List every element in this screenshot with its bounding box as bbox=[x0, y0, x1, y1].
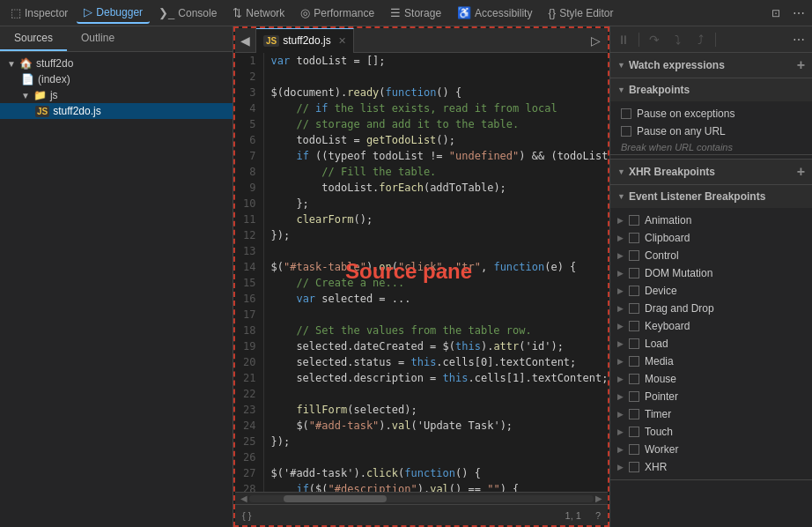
scroll-left-arrow[interactable]: ◀ bbox=[239, 494, 249, 503]
evt-label-timer: Timer bbox=[645, 408, 671, 420]
code-line: 5 // storage and add it to the table. bbox=[235, 116, 608, 132]
code-line: 14$("#task-table").on("click", "tr", fun… bbox=[235, 259, 608, 275]
evt-item-arrow: ▶ bbox=[617, 463, 624, 471]
xhr-add-btn[interactable]: + bbox=[797, 165, 805, 179]
js-file-icon: JS bbox=[35, 106, 49, 117]
event-listener-item-mouse[interactable]: ▶ Mouse bbox=[610, 370, 812, 388]
tree-item-stuff2do[interactable]: ▼ 🏠 stuff2do bbox=[0, 56, 233, 71]
breakpoints-expand-icon: ▼ bbox=[617, 85, 625, 94]
tab-network[interactable]: ⇅ Network bbox=[225, 3, 292, 23]
run-file-btn[interactable]: ▷ bbox=[583, 28, 608, 53]
evt-checkbox-dom-mutation[interactable] bbox=[629, 268, 639, 278]
evt-label-media: Media bbox=[645, 355, 674, 367]
tab-debugger[interactable]: ▷ Debugger bbox=[77, 2, 150, 24]
evt-checkbox-clipboard[interactable] bbox=[629, 233, 639, 243]
event-listener-item-keyboard[interactable]: ▶ Keyboard bbox=[610, 317, 812, 335]
close-tab-btn[interactable]: ✕ bbox=[338, 35, 346, 47]
breakpoints-header[interactable]: ▼ Breakpoints bbox=[610, 78, 812, 101]
help-icon[interactable]: ? bbox=[595, 510, 601, 521]
watch-expressions-section: ▼ Watch expressions + bbox=[610, 53, 812, 78]
scroll-right-arrow[interactable]: ▶ bbox=[594, 494, 604, 503]
line-code: todoList.forEach(addToTable); bbox=[263, 180, 608, 196]
toolbar-sep-1 bbox=[639, 33, 639, 47]
debugger-icon: ▷ bbox=[84, 5, 92, 19]
line-number: 27 bbox=[235, 465, 263, 481]
event-listener-item-worker[interactable]: ▶ Worker bbox=[610, 441, 812, 458]
tab-sources[interactable]: Sources bbox=[0, 26, 67, 51]
event-listener-header[interactable]: ▼ Event Listener Breakpoints bbox=[610, 185, 812, 208]
cursor-position: 1, 1 bbox=[565, 510, 581, 521]
step-out-btn[interactable]: ⤴ bbox=[690, 30, 710, 49]
evt-checkbox-mouse[interactable] bbox=[629, 374, 639, 384]
event-listener-item-timer[interactable]: ▶ Timer bbox=[610, 405, 812, 423]
scroll-thumb[interactable] bbox=[284, 495, 387, 502]
prev-file-btn[interactable]: ◀ bbox=[235, 28, 256, 53]
watch-expressions-header[interactable]: ▼ Watch expressions + bbox=[610, 53, 812, 78]
tree-item-index[interactable]: 📄 (index) bbox=[0, 71, 233, 87]
tab-console[interactable]: ❯_ Console bbox=[151, 3, 224, 23]
evt-item-arrow: ▶ bbox=[617, 216, 624, 225]
evt-checkbox-load[interactable] bbox=[629, 338, 639, 349]
more-debug-btn[interactable]: ⋯ bbox=[789, 30, 808, 49]
watch-expand-icon: ▼ bbox=[617, 61, 625, 70]
evt-checkbox-xhr[interactable] bbox=[629, 462, 639, 472]
line-code bbox=[263, 69, 608, 85]
step-over-btn[interactable]: ↷ bbox=[645, 30, 664, 49]
more-btn[interactable]: ⋯ bbox=[789, 4, 808, 23]
pause-resume-btn[interactable]: ⏸ bbox=[614, 30, 633, 49]
horizontal-scrollbar[interactable]: ◀ ▶ bbox=[235, 492, 608, 504]
step-in-btn[interactable]: ⤵ bbox=[668, 30, 687, 49]
evt-label-dom-mutation: DOM Mutation bbox=[645, 267, 712, 279]
scroll-track[interactable] bbox=[249, 495, 594, 502]
url-filter-input[interactable] bbox=[610, 140, 812, 155]
evt-item-arrow: ▶ bbox=[617, 357, 624, 366]
code-editor[interactable]: 1var todoList = [];23$(document).ready(f… bbox=[235, 53, 608, 492]
event-listener-item-xhr[interactable]: ▶ XHR bbox=[610, 458, 812, 476]
code-line: 16 var selected = ... bbox=[235, 291, 608, 307]
evt-label-worker: Worker bbox=[645, 443, 678, 456]
tab-accessibility[interactable]: ♿ Accessibility bbox=[450, 3, 539, 23]
event-listener-item-animation[interactable]: ▶ Animation bbox=[610, 212, 812, 229]
file-tab-stuff2do-js[interactable]: JS stuff2do.js ✕ bbox=[256, 28, 354, 53]
tab-storage[interactable]: ☰ Storage bbox=[383, 3, 448, 23]
event-listener-item-clipboard[interactable]: ▶ Clipboard bbox=[610, 229, 812, 247]
tab-performance[interactable]: ◎ Performance bbox=[293, 3, 381, 23]
evt-checkbox-drag-drop[interactable] bbox=[629, 303, 639, 314]
pause-exceptions-checkbox[interactable] bbox=[621, 108, 631, 119]
event-listener-item-media[interactable]: ▶ Media bbox=[610, 353, 812, 370]
event-listener-item-drag-drop[interactable]: ▶ Drag and Drop bbox=[610, 300, 812, 317]
evt-checkbox-touch[interactable] bbox=[629, 427, 639, 437]
line-code: $("#add-task").val('Update Task'); bbox=[263, 418, 608, 434]
event-listener-item-device[interactable]: ▶ Device bbox=[610, 282, 812, 300]
evt-item-arrow: ▶ bbox=[617, 427, 624, 436]
evt-checkbox-animation[interactable] bbox=[629, 215, 639, 226]
line-number: 15 bbox=[235, 275, 263, 291]
tree-item-js[interactable]: ▼ 📁 js bbox=[0, 87, 233, 103]
evt-checkbox-pointer[interactable] bbox=[629, 391, 639, 402]
evt-checkbox-device[interactable] bbox=[629, 286, 639, 296]
xhr-breakpoints-header[interactable]: ▼ XHR Breakpoints + bbox=[610, 160, 812, 184]
event-listener-item-touch[interactable]: ▶ Touch bbox=[610, 423, 812, 441]
tab-style-editor[interactable]: {} Style Editor bbox=[541, 3, 620, 23]
tree-item-stuff2do-js[interactable]: JS stuff2do.js bbox=[0, 103, 233, 119]
evt-checkbox-control[interactable] bbox=[629, 250, 639, 261]
pause-url-checkbox[interactable] bbox=[621, 126, 631, 137]
line-number: 2 bbox=[235, 69, 263, 85]
evt-checkbox-keyboard[interactable] bbox=[629, 321, 639, 331]
event-listener-item-dom-mutation[interactable]: ▶ DOM Mutation bbox=[610, 264, 812, 282]
evt-checkbox-timer[interactable] bbox=[629, 409, 639, 419]
left-panel-tabs: Sources Outline bbox=[0, 26, 233, 52]
evt-checkbox-worker[interactable] bbox=[629, 444, 639, 455]
watch-add-btn[interactable]: + bbox=[797, 58, 805, 72]
evt-checkbox-media[interactable] bbox=[629, 356, 639, 367]
event-listener-item-control[interactable]: ▶ Control bbox=[610, 247, 812, 264]
event-listener-item-pointer[interactable]: ▶ Pointer bbox=[610, 388, 812, 405]
code-line: 23 fillForm(selected); bbox=[235, 402, 608, 418]
tab-outline[interactable]: Outline bbox=[67, 26, 129, 51]
evt-item-arrow: ▶ bbox=[617, 304, 624, 313]
event-listener-item-load[interactable]: ▶ Load bbox=[610, 335, 812, 353]
home-icon: 🏠 bbox=[19, 57, 33, 70]
tab-inspector[interactable]: ⬚ Inspector bbox=[4, 3, 75, 23]
responsive-btn[interactable]: ⊡ bbox=[766, 4, 786, 23]
code-mode: { } bbox=[242, 510, 251, 521]
